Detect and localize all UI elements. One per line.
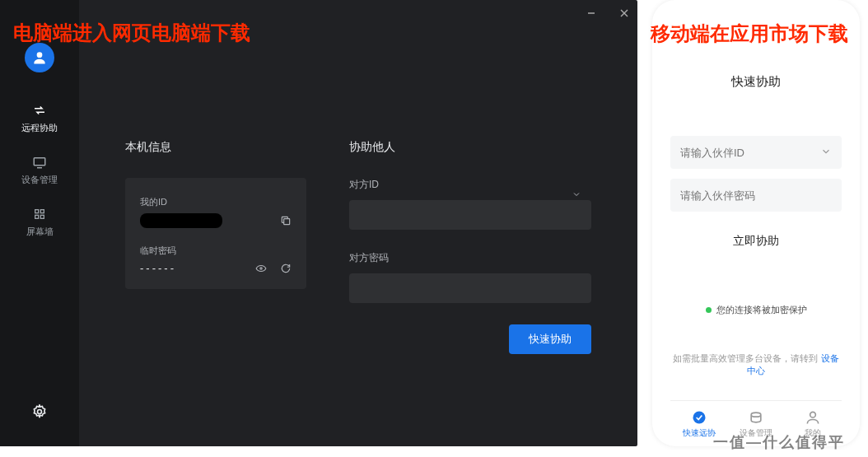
partner-pwd-input[interactable] <box>349 273 591 303</box>
minimize-button[interactable] <box>585 7 598 20</box>
link-icon <box>691 409 707 426</box>
svg-rect-4 <box>34 158 45 166</box>
window-controls <box>585 7 631 20</box>
status-dot-icon <box>706 307 712 313</box>
quick-assist-button[interactable]: 快速协助 <box>509 324 591 354</box>
temp-pwd-label: 临时密码 <box>140 245 292 257</box>
svg-point-13 <box>810 412 816 417</box>
grid-icon <box>31 206 48 222</box>
my-id-value <box>140 213 222 228</box>
svg-rect-7 <box>35 215 39 218</box>
secure-text: 您的连接将被加密保护 <box>716 304 807 316</box>
mobile-screen: 快速协助 立即协助 您的连接将被加密保护 如需批量高效管理多台设备，请转到 设备… <box>652 0 860 446</box>
storage-icon <box>748 409 764 426</box>
content-area: 本机信息 我的ID 临时密码 ------ <box>79 0 637 446</box>
svg-rect-10 <box>284 219 290 225</box>
my-id-label: 我的ID <box>140 196 292 208</box>
svg-rect-5 <box>35 210 39 213</box>
person-icon <box>805 409 821 426</box>
svg-point-12 <box>693 411 705 423</box>
avatar[interactable] <box>25 43 54 72</box>
device-center-note: 如需批量高效管理多台设备，请转到 设备中心 <box>670 352 842 377</box>
svg-rect-8 <box>40 215 44 218</box>
sidebar: 远程协助 设备管理 屏幕墙 <box>0 0 79 446</box>
temp-pwd-value: ------ <box>140 262 176 274</box>
chevron-down-icon <box>820 146 832 161</box>
partner-id-label: 对方ID <box>349 178 591 192</box>
mobile-title: 快速协助 <box>670 74 842 90</box>
desktop-window: 远程协助 设备管理 屏幕墙 本机信息 我的ID 临时密 <box>0 0 637 446</box>
sidebar-item-label: 设备管理 <box>21 174 58 186</box>
watermark: 一值—什么值得平 <box>713 432 845 452</box>
monitor-icon <box>31 154 48 170</box>
svg-rect-6 <box>40 210 44 213</box>
local-info-card: 我的ID 临时密码 ------ <box>125 178 306 289</box>
annotation-desktop: 电脑端进入网页电脑端下载 <box>13 20 250 46</box>
tab-label: 快速远协 <box>683 427 716 439</box>
mobile-partner-pwd-input[interactable] <box>670 179 842 212</box>
eye-icon[interactable] <box>255 263 267 274</box>
mobile-assist-button[interactable]: 立即协助 <box>670 225 842 258</box>
swap-icon <box>31 102 48 119</box>
close-button[interactable] <box>618 7 631 20</box>
settings-icon[interactable] <box>31 408 48 422</box>
sidebar-item-devices[interactable]: 设备管理 <box>0 144 79 196</box>
refresh-icon[interactable] <box>280 263 292 274</box>
local-section-title: 本机信息 <box>125 140 306 155</box>
partner-pwd-label: 对方密码 <box>349 251 591 265</box>
assist-section-title: 协助他人 <box>349 140 591 155</box>
mobile-partner-id-input[interactable] <box>670 136 842 169</box>
secure-notice: 您的连接将被加密保护 <box>670 304 842 316</box>
sidebar-item-label: 屏幕墙 <box>26 226 54 238</box>
annotation-mobile: 移动端在应用市场下载 <box>651 20 848 48</box>
sidebar-item-label: 远程协助 <box>21 122 58 134</box>
svg-point-9 <box>38 410 42 414</box>
svg-point-11 <box>260 267 262 268</box>
sidebar-item-screenwall[interactable]: 屏幕墙 <box>0 196 79 248</box>
user-icon <box>31 49 48 66</box>
copy-icon[interactable] <box>280 215 292 226</box>
sidebar-item-remote[interactable]: 远程协助 <box>0 92 79 144</box>
partner-id-input[interactable] <box>349 200 591 230</box>
svg-point-3 <box>37 52 43 58</box>
